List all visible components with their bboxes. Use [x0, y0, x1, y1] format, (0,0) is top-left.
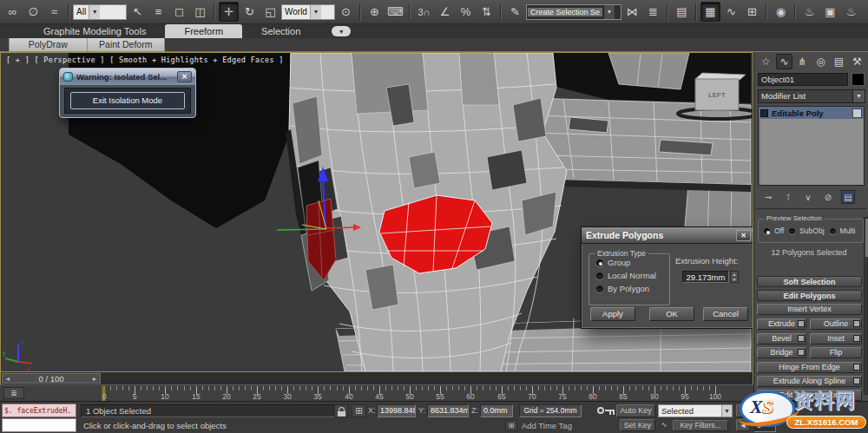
inset-settings-icon[interactable] [853, 335, 860, 342]
bevel-settings-icon[interactable] [798, 335, 805, 342]
bind-to-space-warp-icon[interactable]: ≈ [44, 2, 64, 22]
radio-multi[interactable] [830, 228, 836, 234]
x-coordinate-field[interactable]: 13998.848 [377, 404, 416, 417]
percent-snap-icon[interactable]: % [456, 2, 476, 22]
flip-button[interactable]: Flip [810, 347, 862, 358]
select-and-link-icon[interactable]: ∞ [3, 2, 23, 22]
radio-local-normal[interactable] [596, 272, 603, 279]
chevron-down-icon[interactable]: ▼ [721, 405, 732, 417]
perspective-viewport[interactable]: LEFT x y z [ + ] [ Perspective ] [ Smoot… [0, 52, 753, 372]
rectangular-selection-icon[interactable]: ◻ [169, 2, 189, 22]
chevron-down-icon[interactable]: ▼ [853, 89, 865, 103]
maxscript-mini-listener[interactable]: $. faceExtrudeH. [2, 403, 76, 417]
select-and-scale-icon[interactable]: ◱ [260, 2, 280, 22]
schematic-view-icon[interactable]: ⊞ [742, 2, 762, 22]
insert-vertex-button[interactable]: Insert Vertex [757, 304, 862, 315]
select-and-move-icon[interactable]: ✛ [219, 2, 239, 22]
time-tag-icon[interactable]: ⊞ [505, 420, 517, 431]
key-filters-button[interactable]: Key Filters... [673, 420, 728, 431]
window-crossing-icon[interactable]: ◫ [190, 2, 210, 22]
warning-dialog-titlebar[interactable]: Warning: Isolated Sel... ✕ [60, 69, 195, 85]
ribbon-minimize-icon[interactable]: ▼ [332, 26, 351, 36]
layer-manager-icon[interactable]: ▤ [672, 2, 692, 22]
next-frame-arrow-icon[interactable]: ► [89, 376, 100, 382]
close-icon[interactable]: ✕ [736, 230, 751, 241]
y-coordinate-field[interactable]: 8631.834mm [427, 404, 469, 417]
selection-filter-dropdown[interactable]: All ▼ [73, 4, 127, 20]
keyboard-shortcut-override-icon[interactable]: ⌨ [385, 2, 405, 22]
apply-button[interactable]: Apply [590, 307, 635, 321]
radio-group-row[interactable]: Group [596, 258, 669, 267]
extrude-along-spline-settings-icon[interactable] [853, 377, 860, 384]
edit-polygons-rollout[interactable]: Edit Polygons [757, 290, 862, 301]
motion-tab-icon[interactable]: ◎ [812, 54, 829, 69]
track-bar[interactable]: ≣ 0 5 10 15 20 25 30 35 40 45 50 55 60 6… [0, 384, 753, 401]
cancel-button[interactable]: Cancel [703, 307, 748, 321]
extrude-along-spline-button[interactable]: Extrude Along Spline [757, 376, 862, 387]
radio-group[interactable] [596, 259, 603, 266]
key-mode-dropdown[interactable]: Selected ▼ [658, 404, 733, 417]
stack-item-toggle-icon[interactable] [852, 108, 862, 118]
mini-curve-editor-icon[interactable]: ≣ [3, 387, 24, 399]
extrusion-height-input[interactable]: 29.173mm [682, 271, 729, 283]
edit-named-selection-sets-icon[interactable]: ✎ [505, 2, 525, 22]
panel-scrollbar-thumb[interactable] [865, 219, 868, 257]
bridge-settings-icon[interactable] [798, 349, 805, 356]
exit-isolation-mode-button[interactable]: Exit Isolation Mode [70, 92, 185, 109]
panel-paint-deform[interactable]: Paint Deform [87, 38, 165, 51]
selection-lock-icon[interactable] [334, 404, 348, 417]
set-key-button[interactable]: Set Key [620, 419, 655, 431]
hierarchy-tab-icon[interactable]: ⋔ [794, 54, 811, 69]
select-by-name-icon[interactable]: ≡ [148, 2, 168, 22]
use-pivot-point-icon[interactable]: ⊙ [336, 2, 356, 22]
unlink-selection-icon[interactable]: ∅ [23, 2, 43, 22]
preview-subobj-option[interactable]: SubObj [789, 226, 824, 235]
close-icon[interactable]: ✕ [177, 71, 192, 82]
maxscript-listener-input[interactable] [2, 418, 76, 432]
ok-button[interactable]: OK [649, 307, 694, 321]
panel-scrollbar[interactable] [864, 217, 868, 395]
select-and-rotate-icon[interactable]: ↻ [240, 2, 260, 22]
extrusion-height-spinner[interactable]: ▲ ▼ [730, 271, 739, 283]
stack-item-editable-poly[interactable]: Editable Poly [759, 107, 864, 119]
display-tab-icon[interactable]: ▤ [831, 54, 847, 69]
previous-frame-arrow-icon[interactable]: ◄ [3, 376, 13, 382]
radio-by-polygon-row[interactable]: By Polygon [596, 284, 669, 293]
chevron-down-icon[interactable]: ▼ [310, 5, 321, 19]
curve-editor-icon[interactable]: ∿ [721, 2, 741, 22]
outline-settings-icon[interactable] [853, 320, 860, 327]
utilities-tab-icon[interactable]: ⚒ [849, 54, 865, 69]
radio-off[interactable] [764, 228, 770, 234]
select-and-manipulate-icon[interactable]: ⊕ [365, 2, 385, 22]
tab-graphite-modeling-tools[interactable]: Graphite Modeling Tools [24, 24, 165, 38]
extrude-dialog-titlebar[interactable]: Extrude Polygons ✕ [582, 227, 753, 244]
make-unique-icon[interactable]: ∨ [801, 190, 815, 204]
configure-modifier-sets-icon[interactable]: ▤ [841, 190, 855, 204]
spinner-down-icon[interactable]: ▼ [733, 277, 737, 282]
key-filter-curve-icon[interactable]: ∿ [658, 420, 670, 431]
object-color-swatch[interactable] [852, 73, 865, 86]
preview-multi-option[interactable]: Multi [830, 226, 856, 235]
render-production-icon[interactable]: ♨ [841, 2, 861, 22]
panel-polydraw[interactable]: PolyDraw [10, 38, 87, 51]
material-editor-icon[interactable]: ◉ [771, 2, 791, 22]
absolute-offset-toggle-icon[interactable]: ⊞ [352, 404, 366, 417]
spinner-snap-icon[interactable]: ⇅ [477, 2, 496, 22]
pin-stack-icon[interactable]: ⊸ [761, 190, 775, 204]
remove-modifier-icon[interactable]: ⊘ [821, 190, 835, 204]
mirror-icon[interactable]: ⋈ [622, 2, 642, 22]
named-selection-set-dropdown[interactable]: Create Selection Se ▼ [526, 4, 621, 20]
preview-off-option[interactable]: Off [764, 226, 784, 235]
hinge-settings-icon[interactable] [853, 364, 860, 371]
hinge-from-edge-button[interactable]: Hinge From Edge [757, 362, 862, 373]
modifier-stack[interactable]: Editable Poly [758, 106, 865, 186]
auto-key-button[interactable]: Auto Key [616, 404, 655, 417]
chevron-down-icon[interactable]: ▼ [603, 5, 615, 19]
radio-subobj[interactable] [789, 228, 795, 234]
show-end-result-icon[interactable]: ⊺ [781, 190, 795, 204]
render-setup-icon[interactable]: ♨ [799, 2, 819, 22]
add-time-tag[interactable]: Add Time Tag [522, 419, 572, 432]
radio-local-normal-row[interactable]: Local Normal [596, 271, 669, 280]
viewcube-face-label[interactable]: LEFT [708, 91, 726, 99]
z-coordinate-field[interactable]: 0.0mm [480, 404, 513, 417]
